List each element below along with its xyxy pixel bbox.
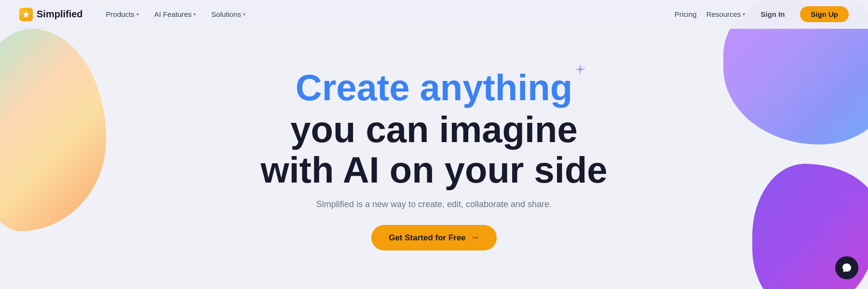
logo[interactable]: Simplified xyxy=(19,8,83,21)
navbar: Simplified Products ▾ AI Features ▾ Solu… xyxy=(0,0,868,29)
hero-section: Create anything you can imagine with AI … xyxy=(0,29,868,289)
cta-arrow-icon: → xyxy=(471,233,479,243)
hero-line2: you can imagine with AI on your side xyxy=(260,109,607,190)
signup-button[interactable]: Sign Up xyxy=(800,6,849,22)
hero-create-text: Create anything xyxy=(296,67,572,108)
chat-button[interactable] xyxy=(835,256,858,279)
logo-text: Simplified xyxy=(37,9,83,20)
nav-products[interactable]: Products ▾ xyxy=(100,7,145,21)
logo-icon xyxy=(19,8,33,21)
products-chevron-icon: ▾ xyxy=(136,12,139,17)
nav-pricing[interactable]: Pricing xyxy=(675,10,697,18)
solutions-chevron-icon: ▾ xyxy=(243,12,245,17)
navbar-right: Pricing Resources ▾ Sign In Sign Up xyxy=(675,6,849,22)
cta-button[interactable]: Get Started for Free → xyxy=(371,225,497,250)
hero-headline: Create anything xyxy=(296,67,572,108)
hero-description: Simplified is a new way to create, edit,… xyxy=(316,199,552,210)
resources-chevron-icon: ▾ xyxy=(743,12,745,17)
nav-resources[interactable]: Resources ▾ xyxy=(706,10,746,18)
navbar-left: Simplified Products ▾ AI Features ▾ Solu… xyxy=(19,7,251,21)
sparkle-icon xyxy=(573,63,587,79)
nav-ai-features[interactable]: AI Features ▾ xyxy=(149,7,202,21)
nav-solutions[interactable]: Solutions ▾ xyxy=(205,7,251,21)
ai-features-chevron-icon: ▾ xyxy=(193,12,196,17)
hero-create-blue: Create anything xyxy=(296,67,572,108)
signin-button[interactable]: Sign In xyxy=(755,7,790,21)
nav-links: Products ▾ AI Features ▾ Solutions ▾ xyxy=(100,7,251,21)
cta-label: Get Started for Free xyxy=(389,233,466,243)
